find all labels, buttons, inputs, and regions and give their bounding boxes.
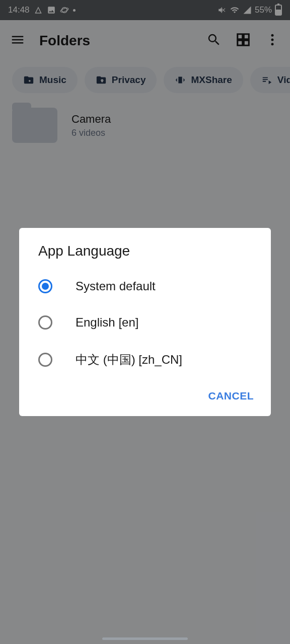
- radio-label: System default: [76, 279, 156, 293]
- cancel-button[interactable]: CANCEL: [208, 390, 254, 402]
- radio-option-chinese[interactable]: 中文 (中国) [zh_CN]: [19, 341, 271, 379]
- radio-icon: [38, 353, 52, 367]
- radio-icon: [38, 279, 52, 293]
- radio-label: English [en]: [76, 315, 138, 330]
- nav-indicator[interactable]: [102, 637, 188, 640]
- radio-icon: [38, 315, 52, 330]
- dialog-title: App Language: [19, 243, 271, 268]
- modal-overlay[interactable]: App Language System default English [en]…: [0, 0, 290, 644]
- radio-label: 中文 (中国) [zh_CN]: [76, 352, 182, 368]
- radio-option-system-default[interactable]: System default: [19, 268, 271, 304]
- radio-option-english[interactable]: English [en]: [19, 304, 271, 341]
- language-dialog: App Language System default English [en]…: [19, 228, 271, 416]
